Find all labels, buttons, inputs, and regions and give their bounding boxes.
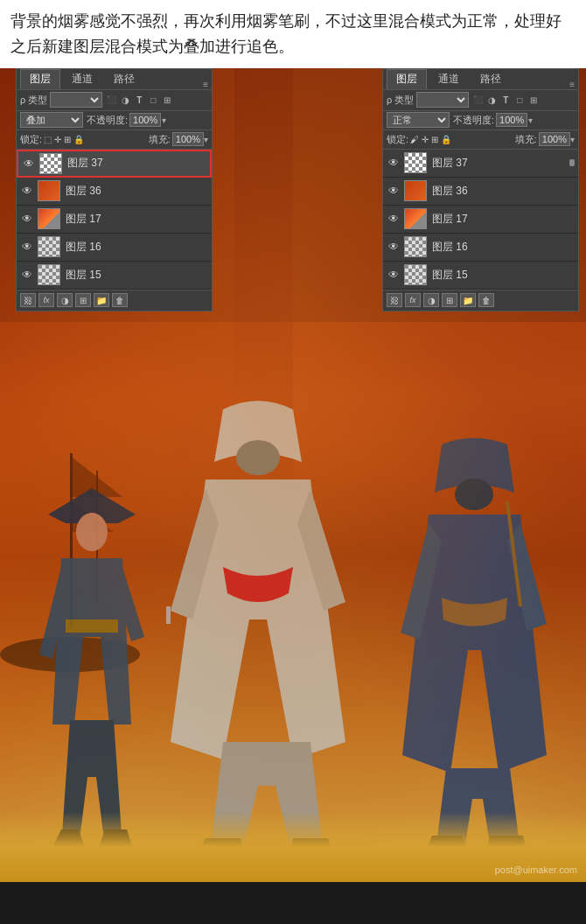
svg-point-6 (76, 513, 108, 551)
right-eye-15[interactable]: 👁 (387, 268, 401, 282)
left-panel-menu[interactable]: ≡ (203, 80, 208, 89)
right-lock-position-icon[interactable]: ✛ (422, 135, 429, 144)
right-eye-36[interactable]: 👁 (387, 184, 401, 198)
left-blend-dropdown[interactable]: 叠加 正常 正片叠底 (20, 112, 83, 128)
right-mask-icon[interactable]: ◑ (423, 293, 439, 307)
right-panel-tabs: 图层 通道 路径 ≡ (383, 69, 578, 90)
right-adjustment-icon[interactable]: ◑ (485, 94, 498, 106)
right-type-icon[interactable]: T (499, 94, 512, 106)
right-adjustment-icon[interactable]: ⊞ (442, 293, 457, 307)
type-icon[interactable]: T (133, 94, 145, 106)
right-layer-15-name: 图层 15 (432, 268, 468, 283)
right-eye-37[interactable]: 👁 (387, 156, 401, 170)
lock-pixels-icon[interactable]: ⬚ (44, 135, 52, 144)
right-trash-icon[interactable]: 🗑 (478, 293, 494, 307)
main-content-area: 图层 通道 路径 ≡ ρ 类型 ⬛ ◑ (0, 68, 586, 882)
lock-all-icon[interactable]: 🔒 (73, 135, 84, 144)
right-lock-pixels-icon[interactable]: 🖌 (410, 135, 419, 144)
lock-artboards-icon[interactable]: ⊞ (64, 135, 71, 144)
adjustment-icon[interactable]: ◑ (119, 94, 131, 106)
left-search-row: ρ 类型 ⬛ ◑ T □ ⊞ (17, 90, 212, 111)
left-fx-icon[interactable]: fx (38, 293, 54, 307)
right-layer-36[interactable]: 👁 图层 36 (383, 178, 578, 206)
left-fill-label: 填充: (149, 133, 171, 146)
left-fill-arrow[interactable]: ▾ (204, 135, 208, 144)
left-eye-15[interactable]: 👁 (20, 268, 34, 282)
left-layer-36-name: 图层 36 (66, 184, 101, 199)
right-blend-dropdown[interactable]: 正常 叠加 正片叠底 (387, 112, 450, 128)
right-fill-label: 填充: (515, 133, 537, 146)
left-layers-list: 👁 图层 37 👁 图层 36 👁 图层 17 (17, 150, 212, 290)
right-pixel-icon[interactable]: ⬛ (471, 94, 484, 106)
right-tab-paths[interactable]: 路径 (471, 69, 511, 89)
left-panel: 图层 通道 路径 ≡ ρ 类型 ⬛ ◑ (16, 68, 213, 312)
right-layer-16-name: 图层 16 (432, 240, 468, 255)
shape-icon[interactable]: □ (147, 94, 159, 106)
pixel-icon[interactable]: ⬛ (105, 94, 117, 106)
right-lock-all-icon[interactable]: 🔒 (441, 135, 451, 144)
character-left (22, 462, 162, 856)
left-fill-value[interactable]: 100% (172, 132, 204, 146)
lock-position-icon[interactable]: ✛ (54, 135, 61, 144)
right-layer-37-name: 图层 37 (432, 156, 468, 171)
left-panel-icons: ⬛ ◑ T □ ⊞ (105, 94, 173, 106)
instruction-text: 背景的烟雾感觉不强烈，再次利用烟雾笔刷，不过这里混合模式为正常，处理好之后新建图… (0, 0, 586, 68)
right-blend-row: 正常 叠加 正片叠底 不透明度: 100% ▾ (383, 111, 578, 130)
left-thumb-17 (38, 208, 60, 229)
right-layer-37[interactable]: 👁 图层 37 (383, 150, 578, 178)
left-opacity-value[interactable]: 100% (129, 113, 161, 127)
left-layer-37[interactable]: 👁 图层 37 (17, 150, 212, 178)
right-smart-icon[interactable]: ⊞ (527, 94, 540, 106)
left-eye-37[interactable]: 👁 (22, 157, 36, 171)
right-fill-arrow[interactable]: ▾ (570, 135, 575, 144)
left-trash-icon[interactable]: 🗑 (112, 293, 128, 307)
right-eye-16[interactable]: 👁 (387, 240, 401, 254)
right-opacity-value[interactable]: 100% (496, 113, 527, 127)
left-opacity-arrow[interactable]: ▾ (162, 116, 166, 125)
svg-point-8 (236, 440, 280, 475)
left-eye-17[interactable]: 👁 (20, 212, 34, 226)
right-lock-artboards-icon[interactable]: ⊞ (431, 135, 438, 144)
left-panel-tabs: 图层 通道 路径 ≡ (17, 69, 212, 90)
left-layer-15[interactable]: 👁 图层 15 (17, 262, 212, 290)
smart-icon[interactable]: ⊞ (161, 94, 173, 106)
left-adjustment-icon[interactable]: ⊞ (75, 293, 91, 307)
right-link-icon[interactable]: ⛓ (387, 293, 402, 307)
left-eye-36[interactable]: 👁 (20, 184, 34, 198)
left-layer-16-name: 图层 16 (66, 240, 101, 255)
right-panel-menu[interactable]: ≡ (569, 80, 575, 89)
right-opacity-arrow[interactable]: ▾ (528, 116, 533, 125)
right-fx-icon[interactable]: fx (405, 293, 421, 307)
right-tab-channels[interactable]: 通道 (429, 69, 469, 89)
right-layer-15[interactable]: 👁 图层 15 (383, 262, 578, 290)
left-layer-16[interactable]: 👁 图层 16 (17, 234, 212, 262)
right-tab-layers[interactable]: 图层 (387, 69, 427, 89)
left-layer-36[interactable]: 👁 图层 36 (17, 178, 212, 206)
left-layer-37-name: 图层 37 (67, 156, 103, 171)
right-shape-icon[interactable]: □ (513, 94, 526, 106)
right-kind-dropdown[interactable] (416, 92, 469, 108)
character-center (153, 392, 363, 864)
right-thumb-17 (404, 208, 427, 229)
right-layer-17[interactable]: 👁 图层 17 (383, 206, 578, 234)
right-eye-17[interactable]: 👁 (387, 212, 401, 226)
left-tab-paths[interactable]: 路径 (104, 69, 144, 89)
left-layer-17[interactable]: 👁 图层 17 (17, 206, 212, 234)
character-right (394, 431, 555, 860)
right-fill-value[interactable]: 100% (539, 132, 570, 146)
right-thumb-37 (404, 152, 427, 173)
left-tab-layers[interactable]: 图层 (20, 69, 60, 89)
right-panel-footer: ⛓ fx ◑ ⊞ 📁 🗑 (383, 290, 578, 311)
scroll-handle[interactable] (569, 159, 575, 166)
left-tab-channels[interactable]: 通道 (62, 69, 102, 89)
left-thumb-15 (38, 264, 60, 285)
left-link-icon[interactable]: ⛓ (20, 293, 36, 307)
right-folder-icon[interactable]: 📁 (460, 293, 476, 307)
right-lock-icons: 🖌 ✛ ⊞ 🔒 (410, 135, 451, 144)
left-kind-dropdown[interactable] (50, 92, 102, 108)
right-layer-16[interactable]: 👁 图层 16 (383, 234, 578, 262)
left-eye-16[interactable]: 👁 (20, 240, 34, 254)
left-mask-icon[interactable]: ◑ (57, 293, 73, 307)
left-folder-icon[interactable]: 📁 (94, 293, 109, 307)
left-lock-icons: ⬚ ✛ ⊞ 🔒 (44, 135, 84, 144)
